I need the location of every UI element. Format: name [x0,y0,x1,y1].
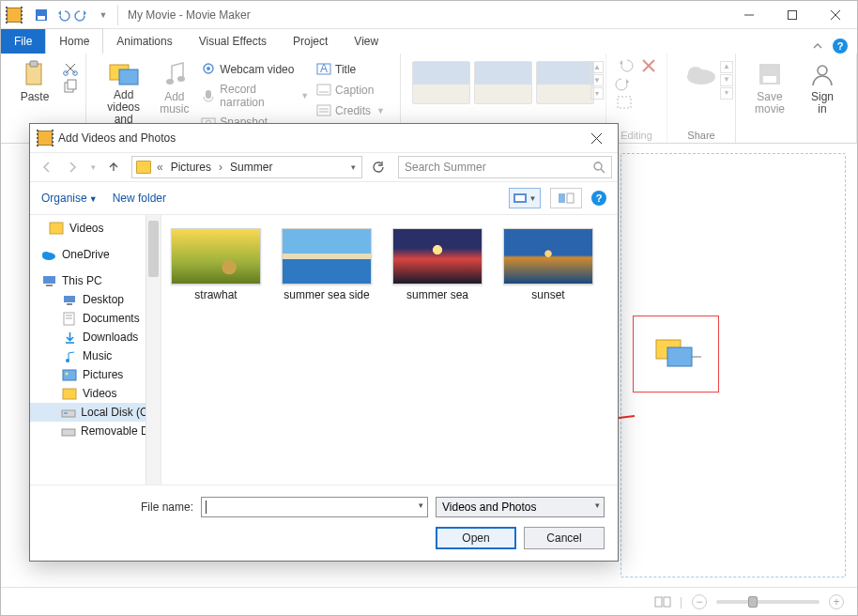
preview-pane-button[interactable] [550,188,582,208]
refresh-button[interactable] [367,156,390,178]
save-movie-button[interactable]: Save movie [743,57,796,139]
navigation-tree[interactable]: Videos OneDrive This PC Desktop Document… [30,215,161,485]
tree-pictures[interactable]: Pictures [30,365,161,384]
redo-icon[interactable] [74,7,91,23]
minimize-button[interactable] [728,1,771,29]
breadcrumb-bar[interactable]: « Pictures › Summer ▾ [131,156,362,178]
gallery-down-icon[interactable]: ▼ [720,74,733,86]
gallery-more-icon[interactable]: ▾ [720,87,733,100]
tree-removable-disk[interactable]: Removable Disk [30,422,161,440]
webcam-video-button[interactable]: Webcam video [201,60,309,79]
timeline-drop-target[interactable] [633,316,719,393]
sign-in-button[interactable]: Sign in [796,57,849,139]
rotate-left-icon[interactable] [616,57,633,72]
maximize-button[interactable] [771,1,814,29]
svg-rect-34 [763,76,776,83]
gallery-down-icon[interactable]: ▼ [590,74,604,86]
file-label: summer sea [406,288,468,301]
nav-up-button[interactable] [102,156,125,178]
tree-onedrive[interactable]: OneDrive [30,245,161,264]
nav-forward-button[interactable] [61,156,84,178]
tree-desktop[interactable]: Desktop [30,290,161,309]
crumb-pictures[interactable]: Pictures [169,161,213,174]
theme-thumbnail[interactable] [412,61,470,104]
organise-menu[interactable]: Organise▼ [41,192,98,205]
view-switch-icon[interactable] [655,595,670,608]
gallery-more-icon[interactable]: ▾ [590,87,604,100]
file-item[interactable]: strawhat [171,228,261,301]
gallery-up-icon[interactable]: ▲ [720,61,733,73]
svg-point-14 [166,79,174,85]
svg-rect-42 [664,597,670,607]
remove-icon[interactable] [640,57,657,95]
rotate-right-icon[interactable] [616,76,633,91]
view-mode-button[interactable]: ▼ [509,188,541,208]
svg-point-62 [66,359,69,362]
filetype-select[interactable]: Videos and Photos [436,497,605,517]
tab-project[interactable]: Project [280,29,341,54]
quick-access-toolbar: ▼ [27,5,118,25]
svg-rect-3 [789,10,797,19]
search-icon [593,162,605,174]
svg-rect-49 [559,193,565,203]
close-button[interactable] [814,1,857,29]
cancel-button[interactable]: Cancel [524,527,605,549]
filename-input[interactable] [201,497,428,517]
timeline-pane[interactable] [621,153,846,578]
autothemes-gallery[interactable] [408,57,598,108]
gallery-up-icon[interactable]: ▲ [590,61,604,73]
search-input[interactable]: Search Summer [398,156,612,178]
tree-videos[interactable]: Videos [30,384,161,403]
svg-point-35 [818,66,827,75]
svg-point-45 [594,162,602,170]
nav-back-button[interactable] [36,156,58,178]
tree-this-pc[interactable]: This PC [30,271,161,290]
cut-icon[interactable] [63,61,78,76]
add-videos-photos-dialog: Add Videos and Photos ▾ « Pictures › Sum… [29,123,619,562]
dialog-close-button[interactable] [582,129,610,147]
file-item[interactable]: sunset [503,228,593,301]
zoom-out-button[interactable]: − [692,594,707,609]
title-button[interactable]: ATitle [316,60,385,79]
record-narration-button[interactable]: Record narration▼ [201,81,309,111]
ribbon-collapse-icon[interactable] [812,40,823,52]
tree-downloads[interactable]: Downloads [30,328,161,346]
tree-local-disk[interactable]: Local Disk (C:) [30,403,161,422]
theme-thumbnail[interactable] [536,61,594,104]
svg-rect-28 [618,97,631,108]
file-tab[interactable]: File [1,29,45,54]
file-item[interactable]: summer sea side [282,228,372,301]
save-icon[interactable] [33,7,50,23]
caption-button[interactable]: Caption [316,81,385,100]
crumb-summer[interactable]: Summer [228,161,274,174]
dialog-help-icon[interactable]: ? [591,191,606,206]
tree-scrollbar[interactable] [148,221,159,277]
nav-recent-dropdown[interactable]: ▾ [86,156,100,178]
tree-documents[interactable]: Documents [30,309,161,328]
file-item[interactable]: summer sea [392,228,483,301]
tab-view[interactable]: View [341,29,391,54]
undo-icon[interactable] [54,7,70,23]
open-button[interactable]: Open [436,527,516,549]
qat-dropdown-icon[interactable]: ▼ [95,7,112,23]
share-group-label: Share [667,130,735,141]
tab-home[interactable]: Home [45,28,103,54]
select-all-icon[interactable] [616,95,633,110]
help-icon[interactable]: ? [833,38,848,54]
file-list[interactable]: strawhat summer sea side summer sea suns… [161,215,618,485]
crumb-dropdown-icon[interactable]: ▾ [349,162,358,172]
tab-visual-effects[interactable]: Visual Effects [186,29,280,54]
tree-videos-quick[interactable]: Videos [30,219,161,238]
credits-button[interactable]: Credits▼ [316,101,385,120]
svg-text:A: A [320,62,328,75]
zoom-slider[interactable] [716,600,820,604]
skydrive-button[interactable] [677,57,726,128]
tab-animations[interactable]: Animations [103,29,185,54]
tree-music[interactable]: Music [30,346,161,365]
zoom-in-button[interactable]: + [829,594,844,609]
theme-thumbnail[interactable] [474,61,532,104]
chevron-left-icon[interactable]: « [155,161,165,174]
svg-rect-54 [43,276,55,284]
new-folder-button[interactable]: New folder [113,192,166,205]
copy-icon[interactable] [63,79,78,94]
